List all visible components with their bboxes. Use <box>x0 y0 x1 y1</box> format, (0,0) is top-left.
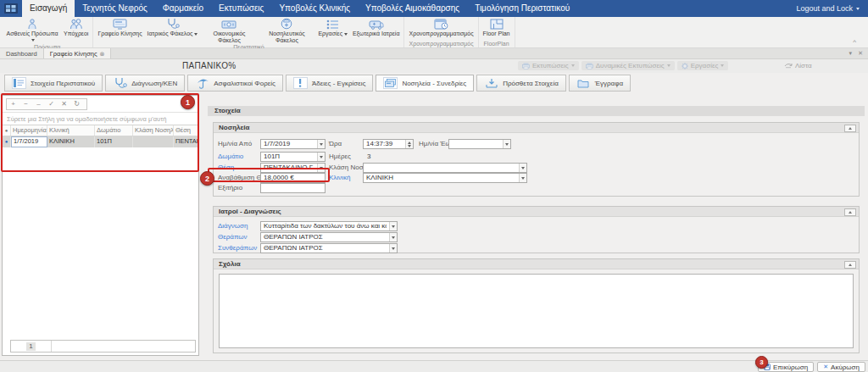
ribbon-button-scheduling[interactable]: Χρονοπρογραμματισμός <box>406 17 476 41</box>
dynamic-printouts-button[interactable]: Δυναμικές Εκτυπώσεις <box>581 61 675 70</box>
combo-arrow-icon[interactable] <box>389 222 397 230</box>
clinic-label[interactable]: Κλινική <box>329 173 350 183</box>
date-to-field[interactable] <box>448 139 511 149</box>
form-row: Διάγνωση Κυτταρίτιδα των δακτύλων του άν… <box>214 221 859 231</box>
list-button[interactable]: Λίστα <box>784 62 812 69</box>
care-class-field[interactable] <box>363 163 527 173</box>
panel-collapse-button[interactable] <box>844 208 856 216</box>
ribbon-button-tasks[interactable]: Εργασίες <box>315 17 350 44</box>
menu-tab-dialysis-submissions[interactable]: Υποβολές Αιμοκάθαρσης <box>358 0 467 17</box>
refresh-button[interactable]: ↻ <box>70 99 83 109</box>
doc-tab-movement-office[interactable]: Γραφείο Κίνησης ⊗ <box>44 48 112 58</box>
attending-doctor-field[interactable]: ΘΕΡΑΠΩΝ ΙΑΤΡΟΣ <box>260 232 398 242</box>
ribbon-button-floor-plan[interactable]: Floor Plan <box>481 17 513 41</box>
combo-arrow-icon[interactable] <box>389 233 397 242</box>
ribbon: Ασθενείς Πρόσωπα Υπόχρεοι Πρόσωπα Γραφεί… <box>0 17 868 48</box>
grid-cell-position[interactable]: ΠΕΝΤΑΚΛΙ <box>174 136 198 147</box>
admissions-grid-panel: + − ‒ ✓ ✕ ↻ Σύρετε μια Στήλη για να ομαδ… <box>2 95 199 356</box>
combo-arrow-icon[interactable] <box>317 153 325 161</box>
subtab-hospitalization-sessions[interactable]: Νοσηλεία - Συνεδρίες <box>376 75 474 92</box>
co-attending-doctor-label[interactable]: Συνθεράπων <box>218 243 257 253</box>
tasks-dropdown-button[interactable]: Εργασίες <box>677 61 729 70</box>
grid-column-header-date[interactable]: Ημερομηνία▴ <box>11 125 47 136</box>
attending-doctor-label[interactable]: Θεράπων <box>218 232 248 242</box>
room-field[interactable]: 101Π <box>260 152 326 162</box>
ribbon-button-financial-file[interactable]: Οικονομικός Φάκελος <box>200 17 258 44</box>
cancel-edit-button[interactable]: ✕ <box>58 99 70 109</box>
subtab-permits-approvals[interactable]: Άδειες - Εγκρίσεις <box>286 75 373 92</box>
case-subtabs: Στοιχεία Περιστατικού Διάγνωση/ΚΕΝ Ασφαλ… <box>0 73 868 93</box>
subtab-additional-details[interactable]: Πρόσθετα Στοιχεία <box>476 75 566 92</box>
menu-tab-pharmacy[interactable]: Φαρμακείο <box>155 0 211 17</box>
dock-close-icon[interactable]: ✕ <box>858 50 863 57</box>
ribbon-button-nursing-file[interactable]: Νοσηλευτικός Φάκελος <box>258 17 315 44</box>
ribbon-button-label: Υπόχρεοι <box>64 31 88 37</box>
ribbon-button-outpatient-clinics[interactable]: Εξωτερικά Ιατρεία <box>350 17 402 44</box>
person-icon <box>26 18 38 30</box>
add-row-button[interactable]: + <box>7 99 19 109</box>
ribbon-button-patients-persons[interactable]: Ασθενείς Πρόσωπα <box>3 17 61 44</box>
grid-cell-room[interactable]: 101Π <box>95 136 133 147</box>
grid-cell-clinic[interactable]: ΚΛΙΝΙΚΗ <box>47 136 95 147</box>
subtab-documents[interactable]: Έγγραφα <box>569 75 631 92</box>
time-field[interactable]: 14:37:39 <box>363 139 414 149</box>
grid-cell-care-class[interactable] <box>133 136 174 147</box>
position-label[interactable]: Θέση <box>218 163 234 173</box>
discharge-field[interactable] <box>260 183 326 193</box>
position-field[interactable]: ΠΕΝΤΑΚΛΙΝΟ Γ <box>260 163 326 173</box>
panel-collapse-button[interactable] <box>844 125 856 132</box>
ribbon-collapse-button[interactable]: ^ <box>853 39 856 46</box>
grid-column-header-care-class[interactable]: Κλάση Νοσηλείας <box>133 125 174 136</box>
combo-arrow-icon[interactable] <box>503 140 510 148</box>
grid-column-header-room[interactable]: Δωμάτιο <box>95 125 133 136</box>
subtab-insurance-providers[interactable]: Ασφαλιστικοί Φορείς <box>187 75 283 92</box>
combo-arrow-icon[interactable] <box>389 244 397 253</box>
form-row: Αναβάθμιση Θέσης: 18,0000 € Κλινική ΚΛΙΝ… <box>214 173 859 183</box>
ribbon-button-label: Εργασίες <box>318 31 348 37</box>
grid-cell-date[interactable]: 1/7/2019 <box>11 136 47 147</box>
comments-textarea[interactable] <box>219 274 854 348</box>
clinic-field[interactable]: ΚΛΙΝΙΚΗ <box>363 173 527 183</box>
diagnosis-field[interactable]: Κυτταρίτιδα των δακτύλων του άνω και κάτ… <box>260 221 398 231</box>
caret-down-icon <box>667 64 670 67</box>
combo-arrow-icon[interactable] <box>317 164 325 172</box>
combo-arrow-icon[interactable] <box>519 174 526 182</box>
combo-arrow-icon[interactable] <box>519 164 526 172</box>
ribbon-button-movement-office[interactable]: Γραφείο Κίνησης <box>95 17 144 44</box>
cancel-button[interactable]: ✕ Ακύρωση <box>817 362 865 372</box>
grid-column-header-clinic[interactable]: Κλινική <box>47 125 95 136</box>
room-label[interactable]: Δωμάτιο <box>218 152 243 162</box>
ribbon-button-medical-file[interactable]: Ιατρικός Φάκελος <box>145 17 201 44</box>
position-upgrade-field[interactable]: 18,0000 € <box>260 173 326 183</box>
panel-collapse-button[interactable] <box>844 261 856 269</box>
co-attending-doctor-field[interactable]: ΘΕΡΑΠΩΝ ΙΑΤΡΟΣ <box>260 243 398 253</box>
confirm-edit-button[interactable]: ✓ <box>45 99 58 109</box>
logout-button[interactable]: Logout and Lock <box>796 4 860 13</box>
grid-footer-empty-cell <box>52 341 195 352</box>
printouts-button[interactable]: Εκτυπώσεις <box>518 61 579 70</box>
dock-caret-down-icon[interactable]: ▾ <box>849 50 853 57</box>
combo-arrow-icon[interactable] <box>317 140 325 148</box>
menu-tab-case-billing[interactable]: Τιμολόγηση Περιστατικού <box>467 0 577 17</box>
date-from-field[interactable]: 1/7/2019 <box>260 139 326 149</box>
insurance-umbrella-icon <box>195 77 209 89</box>
menu-tab-insert[interactable]: Εισαγωγή <box>22 0 75 17</box>
title-actions: Εκτυπώσεις Δυναμικές Εκτυπώσεις Εργασίες <box>518 61 728 70</box>
menu-tab-artificial-kidney[interactable]: Τεχνητός Νεφρός <box>75 0 155 17</box>
group-by-hint[interactable]: Σύρετε μια Στήλη για να ομαδοποιήσετε σύ… <box>3 112 198 125</box>
subtab-diagnosis-ken[interactable]: Διάγνωση/ΚΕΝ <box>105 75 185 92</box>
menu-tab-clinic-submissions[interactable]: Υποβολές Κλινικής <box>271 0 358 17</box>
ribbon-button-obligors[interactable]: Υπόχρεοι <box>61 17 91 44</box>
edit-row-button[interactable]: ‒ <box>32 99 45 109</box>
app-logo-icon[interactable] <box>0 0 22 17</box>
doc-tab-dashboard[interactable]: Dashboard <box>0 48 44 58</box>
tab-close-icon[interactable]: ⊗ <box>100 51 105 57</box>
grid-column-header-position[interactable]: Θέση <box>174 125 198 136</box>
subtab-case-details[interactable]: Στοιχεία Περιστατικού <box>4 75 103 92</box>
chevron-up-icon <box>849 264 852 266</box>
spinner-icon[interactable] <box>405 140 413 148</box>
menu-tab-printouts[interactable]: Εκτυπώσεις <box>211 0 271 17</box>
diagnosis-label[interactable]: Διάγνωση <box>218 221 248 231</box>
grid-row[interactable]: ● 1/7/2019 ΚΛΙΝΙΚΗ 101Π ΠΕΝΤΑΚΛΙ <box>3 136 198 147</box>
delete-row-button[interactable]: − <box>19 99 32 109</box>
